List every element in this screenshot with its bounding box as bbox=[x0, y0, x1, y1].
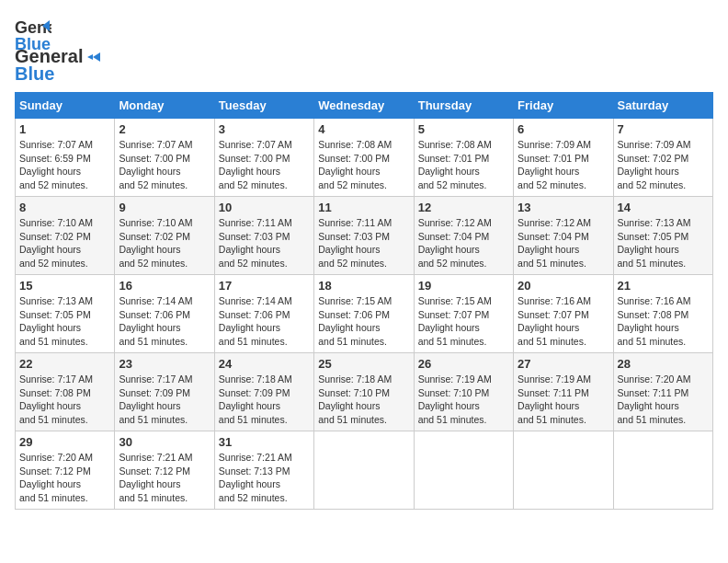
day-info: Sunrise: 7:09 AM Sunset: 7:01 PM Dayligh… bbox=[518, 138, 609, 192]
day-number: 2 bbox=[119, 122, 210, 136]
header-monday: Monday bbox=[115, 93, 214, 119]
header-wednesday: Wednesday bbox=[314, 93, 414, 119]
calendar-cell: 1 Sunrise: 7:07 AM Sunset: 6:59 PM Dayli… bbox=[16, 119, 115, 197]
calendar-cell: 11 Sunrise: 7:11 AM Sunset: 7:03 PM Dayl… bbox=[314, 197, 414, 275]
day-info: Sunrise: 7:14 AM Sunset: 7:06 PM Dayligh… bbox=[119, 294, 210, 349]
day-info: Sunrise: 7:12 AM Sunset: 7:04 PM Dayligh… bbox=[418, 216, 509, 270]
calendar-header-row: SundayMondayTuesdayWednesdayThursdayFrid… bbox=[16, 93, 713, 119]
svg-marker-4 bbox=[87, 54, 93, 60]
day-info: Sunrise: 7:08 AM Sunset: 7:00 PM Dayligh… bbox=[318, 138, 409, 192]
day-info: Sunrise: 7:14 AM Sunset: 7:06 PM Dayligh… bbox=[219, 294, 310, 349]
day-number: 13 bbox=[518, 201, 609, 214]
page-header: General Blue General Blue bbox=[15, 15, 713, 85]
calendar-cell bbox=[514, 431, 613, 510]
calendar-cell: 18 Sunrise: 7:15 AM Sunset: 7:06 PM Dayl… bbox=[314, 275, 414, 353]
calendar-cell: 23 Sunrise: 7:17 AM Sunset: 7:09 PM Dayl… bbox=[115, 353, 214, 431]
calendar-cell: 3 Sunrise: 7:07 AM Sunset: 7:00 PM Dayli… bbox=[214, 119, 313, 197]
day-info: Sunrise: 7:11 AM Sunset: 7:03 PM Dayligh… bbox=[219, 216, 310, 270]
day-info: Sunrise: 7:17 AM Sunset: 7:08 PM Dayligh… bbox=[19, 373, 110, 427]
day-info: Sunrise: 7:18 AM Sunset: 7:10 PM Dayligh… bbox=[318, 373, 409, 427]
day-number: 26 bbox=[418, 357, 509, 371]
day-number: 10 bbox=[219, 201, 310, 214]
calendar-cell: 13 Sunrise: 7:12 AM Sunset: 7:04 PM Dayl… bbox=[514, 197, 613, 275]
calendar-cell: 22 Sunrise: 7:17 AM Sunset: 7:08 PM Dayl… bbox=[16, 353, 115, 431]
day-info: Sunrise: 7:21 AM Sunset: 7:13 PM Dayligh… bbox=[219, 451, 310, 505]
day-number: 1 bbox=[19, 122, 110, 136]
calendar-cell: 24 Sunrise: 7:18 AM Sunset: 7:09 PM Dayl… bbox=[214, 353, 313, 431]
day-info: Sunrise: 7:20 AM Sunset: 7:11 PM Dayligh… bbox=[618, 373, 709, 427]
day-number: 11 bbox=[318, 201, 409, 214]
calendar-cell: 12 Sunrise: 7:12 AM Sunset: 7:04 PM Dayl… bbox=[414, 197, 513, 275]
calendar-cell: 20 Sunrise: 7:16 AM Sunset: 7:07 PM Dayl… bbox=[514, 275, 613, 353]
calendar-cell: 29 Sunrise: 7:20 AM Sunset: 7:12 PM Dayl… bbox=[16, 431, 115, 510]
day-info: Sunrise: 7:07 AM Sunset: 7:00 PM Dayligh… bbox=[119, 138, 210, 192]
day-number: 14 bbox=[618, 201, 709, 214]
calendar-cell: 16 Sunrise: 7:14 AM Sunset: 7:06 PM Dayl… bbox=[115, 275, 214, 353]
calendar-cell: 28 Sunrise: 7:20 AM Sunset: 7:11 PM Dayl… bbox=[613, 353, 712, 431]
day-info: Sunrise: 7:08 AM Sunset: 7:01 PM Dayligh… bbox=[418, 138, 509, 192]
day-info: Sunrise: 7:10 AM Sunset: 7:02 PM Dayligh… bbox=[119, 216, 210, 270]
day-number: 23 bbox=[119, 357, 210, 371]
calendar-week-row: 8 Sunrise: 7:10 AM Sunset: 7:02 PM Dayli… bbox=[16, 197, 713, 275]
logo-bird-icon bbox=[84, 49, 100, 65]
calendar-cell bbox=[314, 431, 414, 510]
calendar-cell bbox=[414, 431, 513, 510]
calendar-cell: 2 Sunrise: 7:07 AM Sunset: 7:00 PM Dayli… bbox=[115, 119, 214, 197]
calendar-week-row: 15 Sunrise: 7:13 AM Sunset: 7:05 PM Dayl… bbox=[16, 275, 713, 353]
day-info: Sunrise: 7:16 AM Sunset: 7:07 PM Dayligh… bbox=[518, 294, 609, 349]
day-info: Sunrise: 7:15 AM Sunset: 7:06 PM Dayligh… bbox=[318, 294, 409, 349]
day-number: 12 bbox=[418, 201, 509, 214]
svg-marker-3 bbox=[93, 52, 100, 62]
day-info: Sunrise: 7:07 AM Sunset: 7:00 PM Dayligh… bbox=[219, 138, 310, 192]
calendar-body: 1 Sunrise: 7:07 AM Sunset: 6:59 PM Dayli… bbox=[16, 119, 713, 510]
day-info: Sunrise: 7:13 AM Sunset: 7:05 PM Dayligh… bbox=[618, 216, 709, 270]
day-number: 6 bbox=[518, 122, 609, 136]
header-friday: Friday bbox=[514, 93, 613, 119]
calendar-cell: 5 Sunrise: 7:08 AM Sunset: 7:01 PM Dayli… bbox=[414, 119, 513, 197]
header-tuesday: Tuesday bbox=[214, 93, 313, 119]
day-number: 5 bbox=[418, 122, 509, 136]
day-number: 17 bbox=[219, 279, 310, 293]
day-info: Sunrise: 7:19 AM Sunset: 7:10 PM Dayligh… bbox=[418, 373, 509, 427]
calendar-week-row: 1 Sunrise: 7:07 AM Sunset: 6:59 PM Dayli… bbox=[16, 119, 713, 197]
day-info: Sunrise: 7:11 AM Sunset: 7:03 PM Dayligh… bbox=[318, 216, 409, 270]
day-number: 24 bbox=[219, 357, 310, 371]
calendar-cell: 25 Sunrise: 7:18 AM Sunset: 7:10 PM Dayl… bbox=[314, 353, 414, 431]
day-number: 18 bbox=[318, 279, 409, 293]
calendar-cell: 14 Sunrise: 7:13 AM Sunset: 7:05 PM Dayl… bbox=[613, 197, 712, 275]
day-info: Sunrise: 7:13 AM Sunset: 7:05 PM Dayligh… bbox=[19, 294, 110, 349]
day-number: 9 bbox=[119, 201, 210, 214]
calendar-cell: 17 Sunrise: 7:14 AM Sunset: 7:06 PM Dayl… bbox=[214, 275, 313, 353]
header-thursday: Thursday bbox=[414, 93, 513, 119]
day-info: Sunrise: 7:17 AM Sunset: 7:09 PM Dayligh… bbox=[119, 373, 210, 427]
header-sunday: Sunday bbox=[16, 93, 115, 119]
calendar-cell: 9 Sunrise: 7:10 AM Sunset: 7:02 PM Dayli… bbox=[115, 197, 214, 275]
calendar-cell: 10 Sunrise: 7:11 AM Sunset: 7:03 PM Dayl… bbox=[214, 197, 313, 275]
day-number: 28 bbox=[618, 357, 709, 371]
day-number: 3 bbox=[219, 122, 310, 136]
calendar-cell: 27 Sunrise: 7:19 AM Sunset: 7:11 PM Dayl… bbox=[514, 353, 613, 431]
day-number: 20 bbox=[518, 279, 609, 293]
calendar-cell: 31 Sunrise: 7:21 AM Sunset: 7:13 PM Dayl… bbox=[214, 431, 313, 510]
calendar-week-row: 29 Sunrise: 7:20 AM Sunset: 7:12 PM Dayl… bbox=[16, 431, 713, 510]
header-saturday: Saturday bbox=[613, 93, 712, 119]
day-info: Sunrise: 7:15 AM Sunset: 7:07 PM Dayligh… bbox=[418, 294, 509, 349]
day-number: 22 bbox=[19, 357, 110, 371]
calendar-week-row: 22 Sunrise: 7:17 AM Sunset: 7:08 PM Dayl… bbox=[16, 353, 713, 431]
day-number: 7 bbox=[618, 122, 709, 136]
calendar-cell: 26 Sunrise: 7:19 AM Sunset: 7:10 PM Dayl… bbox=[414, 353, 513, 431]
day-number: 30 bbox=[119, 435, 210, 449]
day-info: Sunrise: 7:19 AM Sunset: 7:11 PM Dayligh… bbox=[518, 373, 609, 427]
calendar-table: SundayMondayTuesdayWednesdayThursdayFrid… bbox=[15, 92, 713, 510]
day-info: Sunrise: 7:07 AM Sunset: 6:59 PM Dayligh… bbox=[19, 138, 110, 192]
day-info: Sunrise: 7:20 AM Sunset: 7:12 PM Dayligh… bbox=[19, 451, 110, 505]
calendar-cell: 19 Sunrise: 7:15 AM Sunset: 7:07 PM Dayl… bbox=[414, 275, 513, 353]
day-info: Sunrise: 7:21 AM Sunset: 7:12 PM Dayligh… bbox=[119, 451, 210, 505]
day-number: 29 bbox=[19, 435, 110, 449]
calendar-cell: 4 Sunrise: 7:08 AM Sunset: 7:00 PM Dayli… bbox=[314, 119, 414, 197]
day-number: 19 bbox=[418, 279, 509, 293]
calendar-cell: 30 Sunrise: 7:21 AM Sunset: 7:12 PM Dayl… bbox=[115, 431, 214, 510]
day-number: 8 bbox=[19, 201, 110, 214]
day-info: Sunrise: 7:18 AM Sunset: 7:09 PM Dayligh… bbox=[219, 373, 310, 427]
day-info: Sunrise: 7:09 AM Sunset: 7:02 PM Dayligh… bbox=[618, 138, 709, 192]
